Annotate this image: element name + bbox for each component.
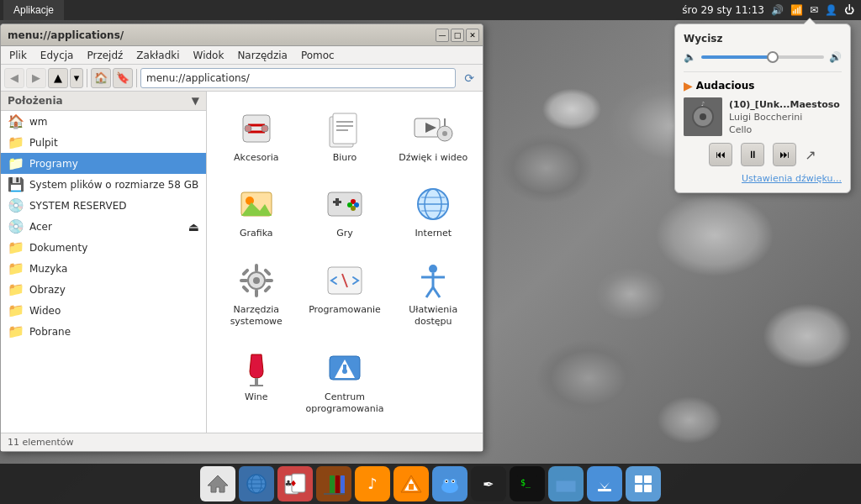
sidebar-item-wm[interactable]: 🏠 wm [1, 111, 206, 132]
taskbar-music[interactable]: ♪ [355, 466, 390, 501]
sidebar-item-system-drive[interactable]: 💾 System plików o rozmiarze 58 GB [1, 174, 206, 195]
svg-text:♪: ♪ [367, 475, 378, 492]
address-bar[interactable]: menu://applications/ [140, 68, 456, 88]
sw-title: Wycisz [684, 33, 842, 45]
taskbar-vlc[interactable] [394, 466, 429, 501]
sidebar-item-wideo[interactable]: 📁 Wideo [1, 300, 206, 321]
taskbar-grid[interactable] [626, 466, 661, 501]
taskbar-books[interactable] [316, 466, 351, 501]
taskbar-home[interactable] [200, 466, 235, 501]
sw-player-header: ▶ Audacious [684, 79, 842, 92]
reload-button[interactable]: ⟳ [459, 68, 479, 88]
svg-rect-48 [250, 385, 263, 386]
label-gry: Gry [336, 228, 353, 239]
file-item-biuro[interactable]: Biuro [303, 102, 388, 171]
volume-min-icon: 🔈 [684, 51, 696, 63]
back-button[interactable]: ◀ [4, 68, 24, 88]
sound-settings-link[interactable]: Ustawienia dźwięku... [684, 173, 842, 184]
dropdown-arrow[interactable]: ▾ [70, 68, 83, 88]
forward-button[interactable]: ▶ [26, 68, 46, 88]
label-programowanie: Programowanie [309, 304, 381, 316]
user-icon[interactable]: 👤 [825, 4, 837, 16]
icon-grafika [236, 184, 277, 224]
svg-rect-6 [333, 113, 357, 144]
fm-title: menu://applications/ [8, 29, 124, 41]
sidebar-item-pulpit[interactable]: 📁 Pulpit [1, 132, 206, 153]
file-item-centrum[interactable]: Centrum oprogramowania [303, 341, 388, 423]
sw-track-album: Cello [729, 124, 840, 135]
taskbar-globe[interactable] [239, 466, 274, 501]
file-item-internet[interactable]: Internet [394, 177, 473, 246]
sidebar-item-system-reserved[interactable]: 💿 SYSTEM RESERVED [1, 195, 206, 216]
sw-volume-row: 🔈 🔊 [684, 51, 842, 63]
file-item-media[interactable]: Dźwięk i wideo [394, 102, 473, 171]
sidebar-label-wm: wm [29, 116, 48, 128]
label-grafika: Grafika [240, 228, 273, 239]
sw-player-section: ▶ Audacious ♪ (10)_[Unk...Maestoso Luigi… [684, 71, 842, 184]
icon-centrum [325, 348, 365, 388]
taskbar-cards[interactable]: ♦♣ [277, 466, 313, 501]
taskbar-inkscape[interactable]: ✒ [471, 466, 506, 501]
wifi-icon[interactable]: 📶 [790, 4, 803, 16]
eject-icon[interactable]: ⏏ [188, 220, 199, 234]
svg-rect-68 [330, 475, 335, 494]
next-button[interactable]: ⏭ [773, 143, 796, 166]
menu-bookmarks[interactable]: Zakładki [131, 48, 184, 63]
menu-help[interactable]: Pomoc [296, 48, 340, 63]
file-item-programowanie[interactable]: Programowanie [303, 254, 388, 335]
taskbar-folder1[interactable] [548, 466, 584, 501]
file-item-ulatwienia[interactable]: Ułatwienia dostępu [394, 254, 473, 335]
sidebar-item-acer[interactable]: 💿 Acer ⏏ [1, 216, 206, 237]
menu-edit[interactable]: Edycja [35, 48, 79, 63]
status-text: 11 elementów [8, 437, 74, 448]
panel-left: Aplikacje [0, 0, 64, 20]
email-icon[interactable]: ✉ [810, 4, 818, 16]
sidebar-label-muzyka: Muzyka [29, 263, 67, 275]
menu-tools[interactable]: Narzędzia [232, 48, 293, 63]
file-item-grafika[interactable]: Grafika [217, 177, 296, 246]
up-button[interactable]: ▲ [48, 68, 68, 88]
menu-view[interactable]: Widok [188, 48, 230, 63]
sidebar-header: Położenia ▼ [1, 92, 206, 111]
fm-files-area: Akcesoria Biuro [207, 92, 483, 433]
pause-button[interactable]: ⏸ [741, 143, 764, 166]
volume-icon[interactable]: 🔊 [771, 4, 784, 16]
file-item-wine[interactable]: Wine [217, 341, 296, 423]
sidebar-collapse-icon[interactable]: ▼ [192, 95, 199, 107]
taskbar-terminal[interactable]: $_ [510, 466, 545, 501]
icon-programowanie [325, 260, 365, 301]
svg-rect-67 [324, 475, 329, 494]
sidebar-item-dokumenty[interactable]: 📁 Dokumenty [1, 237, 206, 258]
taskbar-download[interactable] [587, 466, 622, 501]
fm-toolbar: ◀ ▶ ▲ ▾ 🏠 🔖 menu://applications/ ⟳ [1, 65, 483, 92]
prev-button[interactable]: ⏮ [709, 143, 732, 166]
icon-narzedzia [236, 260, 277, 301]
menu-go[interactable]: Przejdź [82, 48, 128, 63]
home-button[interactable]: 🏠 [91, 68, 111, 88]
applications-menu-button[interactable]: Aplikacje [3, 0, 64, 20]
volume-slider[interactable] [701, 55, 824, 59]
file-item-gry[interactable]: Gry [303, 177, 388, 246]
sidebar-item-programy[interactable]: 📁 Programy [1, 153, 206, 174]
icon-ulatwienia [413, 260, 453, 301]
svg-text:$_: $_ [520, 478, 531, 488]
fm-main-area: Położenia ▼ 🏠 wm 📁 Pulpit 📁 Programy [1, 92, 483, 433]
sidebar-item-muzyka[interactable]: 📁 Muzyka [1, 258, 206, 279]
svg-text:♪: ♪ [701, 101, 705, 108]
sidebar-item-pobrane[interactable]: 📁 Pobrane [1, 321, 206, 342]
svg-rect-35 [265, 279, 273, 282]
menu-file[interactable]: Plik [4, 48, 32, 63]
taskbar-wilber[interactable] [432, 466, 467, 501]
maximize-button[interactable]: □ [451, 29, 464, 42]
label-biuro: Biuro [333, 152, 357, 164]
label-internet: Internet [415, 228, 452, 239]
bookmark-button[interactable]: 🔖 [113, 68, 133, 88]
close-button[interactable]: ✕ [466, 29, 479, 42]
file-item-akcesoria[interactable]: Akcesoria [217, 102, 296, 171]
sidebar-label-system-reserved: SYSTEM RESERVED [29, 200, 126, 212]
power-icon[interactable]: ⏻ [844, 4, 854, 16]
file-item-narzedzia[interactable]: Narzędzia systemowe [217, 254, 296, 335]
audacious-icon: ▶ [684, 79, 693, 92]
minimize-button[interactable]: — [436, 29, 449, 42]
sidebar-item-obrazy[interactable]: 📁 Obrazy [1, 279, 206, 300]
